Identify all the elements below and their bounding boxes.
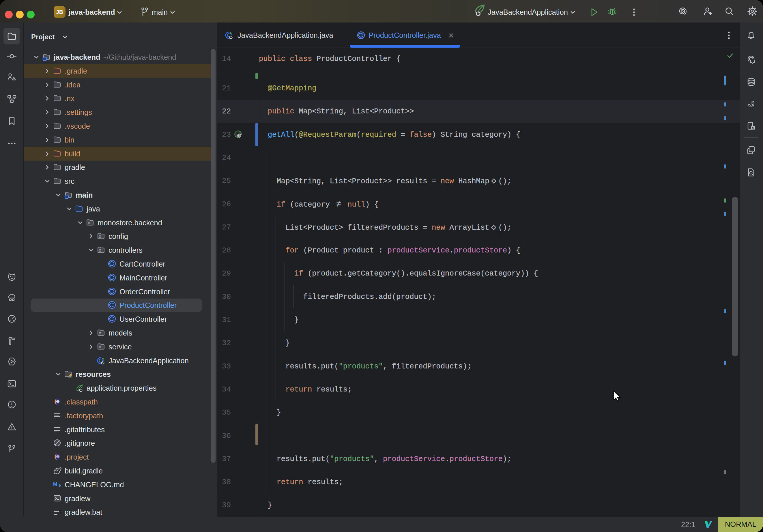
svg-text:M: M <box>53 481 57 487</box>
